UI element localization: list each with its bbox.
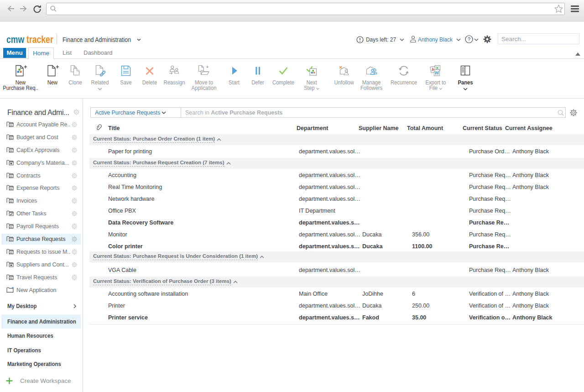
svg-text:?: ? xyxy=(468,37,470,42)
